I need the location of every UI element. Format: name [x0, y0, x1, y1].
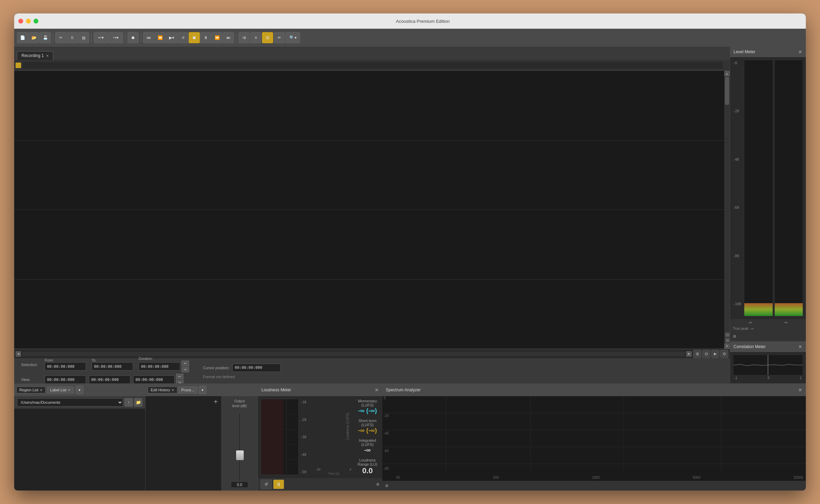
- momentary-stat: Momentary (LUFS) -∞ (-∞): [355, 399, 380, 414]
- right-peak-display: -∞: [784, 320, 788, 324]
- left-panel: Recording 1 ✕: [14, 47, 730, 383]
- ruler-track[interactable]: [22, 62, 723, 69]
- screen-button[interactable]: ⊞: [262, 32, 273, 43]
- tab-recording1[interactable]: Recording 1 ✕: [17, 51, 53, 60]
- spectrum-settings-icon[interactable]: ⚙: [385, 484, 389, 488]
- undo-button[interactable]: ↩▾: [94, 32, 108, 43]
- view-from-input[interactable]: [45, 375, 86, 383]
- lufs-scale-40: -40: [300, 453, 311, 457]
- level-settings-icon[interactable]: ⚙: [733, 334, 736, 339]
- panel-menu-button[interactable]: ▾: [76, 386, 83, 394]
- process-output-header-spacer: [222, 384, 258, 396]
- sp-scale-20: -20: [384, 414, 389, 418]
- copy-button[interactable]: ⎘: [67, 32, 78, 43]
- wrench-icon[interactable]: ⚙: [376, 482, 380, 487]
- correlation-meter-close[interactable]: ✕: [798, 344, 802, 349]
- cursor-position-input[interactable]: [232, 364, 281, 372]
- zoom-out-button[interactable]: ⊟: [725, 338, 730, 343]
- stack-button[interactable]: ≡: [250, 32, 261, 43]
- view-to-input[interactable]: [89, 375, 130, 383]
- title-bar: Acoustica Premium Edition: [14, 13, 806, 29]
- maximize-button[interactable]: [34, 19, 38, 24]
- goto-end-button[interactable]: ⏭: [223, 32, 234, 43]
- sel-redo-button[interactable]: ↪: [181, 367, 189, 372]
- scroll-up-button[interactable]: ▲: [724, 71, 730, 76]
- waveform-track-2[interactable]: [14, 210, 724, 349]
- scroll-left-button[interactable]: ◀: [16, 351, 21, 357]
- scroll-track-v[interactable]: [724, 76, 730, 332]
- to-group: To:: [92, 358, 133, 371]
- process-tab[interactable]: Proce...: [178, 386, 197, 393]
- add-item-button[interactable]: +: [212, 398, 220, 406]
- play-button[interactable]: ▶▾: [166, 32, 177, 43]
- stop-button[interactable]: ⏹: [189, 32, 200, 43]
- pause-button[interactable]: ⏸: [200, 32, 211, 43]
- label-list-close[interactable]: ✕: [68, 388, 71, 392]
- level-meter-close[interactable]: ✕: [798, 49, 802, 55]
- output-level-value[interactable]: [231, 482, 248, 488]
- cut-button[interactable]: ✂: [55, 32, 66, 43]
- loop-button[interactable]: ↺: [177, 32, 188, 43]
- fast-forward-button[interactable]: ⏩: [212, 32, 223, 43]
- scale-20: -20: [733, 109, 741, 113]
- edit-history-tab[interactable]: Edit History ✕: [148, 386, 177, 393]
- paste-button[interactable]: ▤: [78, 32, 89, 43]
- integrated-value: -∞: [355, 447, 380, 454]
- spectrum-close[interactable]: ✕: [798, 387, 802, 393]
- scroll-thumb-v[interactable]: [725, 77, 729, 105]
- loudness-loop-button[interactable]: ↺: [261, 479, 272, 489]
- panel-menu2-button[interactable]: ▾: [199, 386, 206, 394]
- selection-duration-input[interactable]: [139, 362, 180, 371]
- view-row: View: ↩ ↪: [21, 374, 189, 383]
- close-button[interactable]: [18, 19, 23, 24]
- minimize-button[interactable]: [26, 19, 31, 24]
- vertical-scrollbar[interactable]: ▲ ⊡ ⊟ ▼: [724, 71, 730, 349]
- scroll-right-button[interactable]: ▶: [686, 351, 692, 357]
- region-list-close[interactable]: ✕: [40, 388, 43, 392]
- settings-button[interactable]: ⚙: [720, 350, 728, 358]
- cursor-section: Cursor position: Format not defined: [203, 364, 281, 379]
- selection-to-input[interactable]: [92, 362, 133, 371]
- pencil-button[interactable]: ✏: [274, 32, 285, 43]
- zoom-fit-button[interactable]: ⊡: [725, 332, 730, 337]
- label-list-tab[interactable]: Label List ✕: [47, 386, 74, 393]
- region-list-tab[interactable]: Region List ✕: [16, 386, 46, 393]
- level-bars: [744, 60, 803, 316]
- horizontal-scrollbar[interactable]: [22, 352, 685, 356]
- fader-area: [224, 411, 255, 480]
- save-file-button[interactable]: 💾: [40, 32, 51, 43]
- true-peak-value: -∞: [750, 327, 754, 330]
- sel-undo-button[interactable]: ↩: [181, 361, 189, 366]
- redo-button[interactable]: ↪▾: [109, 32, 123, 43]
- sep3: [125, 33, 125, 43]
- view-redo-button[interactable]: ↪: [176, 380, 184, 383]
- zoom-out-h-button[interactable]: ⊕: [693, 350, 701, 358]
- selection-from-input[interactable]: [45, 362, 86, 371]
- view-undo-button[interactable]: ↩: [176, 374, 184, 379]
- zoom-arrow-button[interactable]: ▶: [711, 350, 719, 358]
- navigate-up-button[interactable]: ↑: [124, 398, 133, 407]
- path-select[interactable]: /Users/mac/Documents: [17, 398, 123, 407]
- open-file-button[interactable]: 📂: [28, 32, 39, 43]
- loudness-pause-button[interactable]: ⏸: [273, 479, 284, 489]
- loop2-button[interactable]: ⇉: [239, 32, 250, 43]
- zoom-in-h-button[interactable]: ⊖: [702, 350, 710, 358]
- scroll-down-button[interactable]: ▼: [724, 343, 730, 349]
- waveform-track-1[interactable]: [14, 71, 724, 210]
- loudness-stats: Momentary (LUFS) -∞ (-∞) Short-term (LUF…: [355, 399, 380, 475]
- correlation-meter-title: Correlation Meter: [734, 344, 766, 349]
- fader-thumb[interactable]: [236, 450, 244, 460]
- view-duration-input[interactable]: [133, 375, 175, 383]
- record-button[interactable]: ⏺: [128, 32, 139, 43]
- folder-button[interactable]: 📁: [134, 398, 142, 407]
- tab-close-icon[interactable]: ✕: [46, 54, 49, 58]
- edit-history-close[interactable]: ✕: [171, 388, 174, 392]
- new-file-button[interactable]: 📄: [17, 32, 28, 43]
- rewind-button[interactable]: ⏪: [155, 32, 166, 43]
- search-button[interactable]: 🔍▾: [286, 32, 300, 43]
- loudness-meter-close[interactable]: ✕: [375, 387, 379, 393]
- left-bar-fill: [744, 303, 772, 316]
- goto-start-icon: ⏮: [147, 35, 151, 40]
- loudness-meter-title: Loudness Meter: [261, 388, 291, 392]
- goto-start-button[interactable]: ⏮: [143, 32, 154, 43]
